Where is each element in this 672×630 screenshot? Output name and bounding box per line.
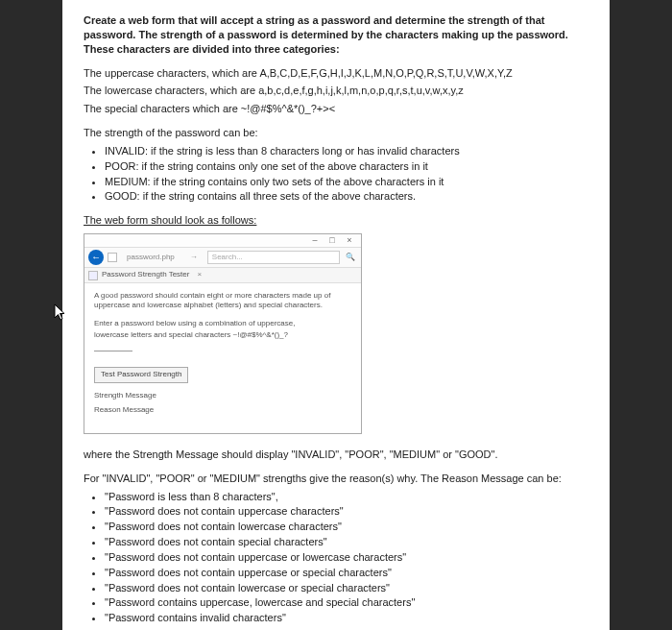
form-label-1: Enter a password below using a combinati…	[94, 319, 351, 328]
intro-p2: The uppercase characters, which are A,B,…	[84, 66, 588, 81]
list-item: "Password contains uppercase, lowercase …	[105, 595, 588, 610]
list-item: POOR: if the string contains only one se…	[105, 159, 588, 174]
list-item: "Password does not contain lowercase cha…	[105, 520, 588, 534]
form-screenshot: – □ × ← password.php → Search... 🔍 Passw…	[84, 233, 362, 434]
arrow-icon: →	[184, 253, 204, 263]
tab-title[interactable]: Password Strength Tester	[102, 270, 189, 280]
intro-p4: The special characters which are ~!@#$%^…	[84, 102, 588, 116]
list-item: "Password does not contain uppercase or …	[105, 566, 588, 580]
list-item: "Password does not contain uppercase or …	[105, 550, 588, 565]
address-text: password.php	[121, 253, 180, 263]
list-item: "Password contains invalid characters"	[105, 611, 588, 625]
tab-icon	[88, 271, 98, 280]
form-desc: A good password should contain eight or …	[94, 291, 351, 311]
search-input[interactable]: Search...	[207, 251, 340, 264]
list-item: "Password does not contain lowercase or …	[105, 581, 588, 595]
form-body: A good password should contain eight or …	[84, 283, 361, 433]
list-item: GOOD: if the string contains all three s…	[105, 189, 588, 204]
strength-list: INVALID: if the string is less than 8 ch…	[84, 144, 588, 204]
list-item: "Password does not contain uppercase cha…	[105, 504, 588, 519]
tab-close-icon[interactable]: ×	[193, 270, 205, 280]
reasons-lead: For "INVALID", "POOR" or "MEDIUM" streng…	[84, 472, 588, 486]
close-icon[interactable]: ×	[344, 236, 355, 245]
form-lead: The web form should look as follows:	[84, 213, 588, 228]
intro-p3: The lowercase characters, which are a,b,…	[84, 84, 588, 98]
list-item: "Password does not contain special chara…	[105, 535, 588, 549]
list-item: INVALID: if the string is less than 8 ch…	[105, 144, 588, 158]
strength-lead: The strength of the password can be:	[84, 126, 588, 140]
where-line: where the Strength Message should displa…	[84, 448, 588, 462]
intro-p1: Create a web form that will accept a str…	[84, 13, 588, 57]
maximize-icon[interactable]: □	[326, 236, 338, 245]
page-icon	[108, 253, 117, 262]
form-label-2: lowercase letters and special characters…	[94, 330, 351, 340]
reasons-list: "Password is less than 8 characters", "P…	[84, 490, 588, 626]
list-item: MEDIUM: if the string contains only two …	[105, 175, 588, 189]
back-button[interactable]: ←	[88, 250, 104, 265]
reason-message: Reason Message	[94, 405, 351, 416]
search-icon[interactable]: 🔍	[344, 253, 357, 263]
window-titlebar: – □ ×	[84, 234, 361, 248]
test-password-button[interactable]: Test Password Strength	[94, 367, 188, 383]
minimize-icon[interactable]: –	[309, 236, 321, 245]
list-item: "Password is less than 8 characters",	[105, 490, 588, 504]
document-page: Create a web form that will accept a str…	[62, 0, 610, 630]
browser-tabs: Password Strength Tester ×	[84, 268, 361, 283]
search-placeholder: Search...	[212, 253, 243, 263]
strength-message: Strength Message	[94, 391, 351, 401]
browser-nav: ← password.php → Search... 🔍	[84, 248, 361, 268]
password-input[interactable]	[94, 342, 132, 351]
